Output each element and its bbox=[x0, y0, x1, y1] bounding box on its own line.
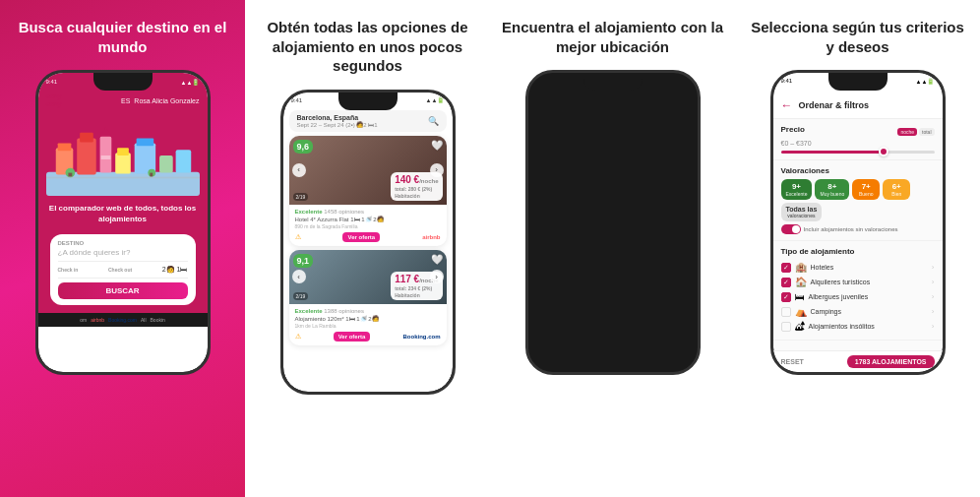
p2-dates: Sept 22 – Sept 24 (2▪) 🧑2 🛏1 bbox=[297, 121, 378, 128]
p2-card-1-price-total: total: 280 € (2%) bbox=[395, 186, 432, 192]
p4-icon-insolitos: 🏕 bbox=[795, 321, 805, 332]
svg-rect-3 bbox=[77, 139, 96, 175]
p2-card-2-score: 9,1 bbox=[293, 254, 314, 268]
p4-tab-noche[interactable]: noche bbox=[897, 128, 917, 136]
p2-card-1-offer-btn[interactable]: Ver oferta bbox=[342, 232, 380, 242]
p2-card-1-score: 9,6 bbox=[293, 140, 314, 154]
p4-badge-7[interactable]: 7+ Bueno bbox=[852, 179, 880, 200]
p4-name-hotels: Hoteles bbox=[811, 264, 834, 271]
svg-rect-2 bbox=[57, 143, 71, 151]
p4-type-insolitos-left: 🏕 Alojamientos insólitos bbox=[781, 321, 875, 332]
p2-card-1-prev[interactable]: ‹ bbox=[292, 163, 306, 177]
p4-slider-thumb[interactable] bbox=[879, 147, 888, 156]
phone-2-screen: 9:41 cozy cozy ▲▲🔋 Barcelona, España Sep… bbox=[283, 93, 453, 392]
p4-name-insolitos: Alojamientos insólitos bbox=[809, 323, 875, 330]
p2-card-2-image: 9,1 🤍 ‹ › 2/19 117 €/noche total: 234 € … bbox=[289, 250, 447, 304]
p4-price-slider[interactable] bbox=[781, 151, 935, 154]
p4-price-section: Precio noche total €0 – €370 bbox=[773, 119, 943, 160]
p1-footer: om airbnb Booking.com All Bookin bbox=[38, 313, 208, 327]
p4-badge-6-num: 6+ bbox=[892, 182, 901, 191]
p4-chevron-albergues: › bbox=[932, 292, 935, 301]
svg-rect-17 bbox=[150, 173, 153, 177]
p1-header: cozy cozy ES Rosa Alicia Gonzalez bbox=[38, 91, 208, 114]
p2-card-1-price-unit: /noche bbox=[419, 178, 438, 184]
p2-card-1-price-main: 140 € bbox=[395, 174, 419, 185]
svg-rect-7 bbox=[100, 155, 110, 159]
p1-user: Rosa Alicia Gonzalez bbox=[134, 97, 199, 104]
p2-card-2: 9,1 🤍 ‹ › 2/19 117 €/noche total: 234 € … bbox=[289, 250, 447, 345]
p1-search-button[interactable]: BUSCAR bbox=[58, 282, 188, 299]
p4-badge-9[interactable]: 9+ Excelente bbox=[781, 179, 813, 200]
p4-checkbox-insolitos[interactable] bbox=[781, 322, 791, 332]
p4-badge-8[interactable]: 8+ Muy bueno bbox=[815, 179, 849, 200]
p1-checkin[interactable]: Check in bbox=[58, 267, 79, 273]
p2-card-2-prev[interactable]: ‹ bbox=[292, 270, 306, 283]
p4-checkbox-campings[interactable] bbox=[781, 307, 791, 317]
phone-1-screen: 9:41 ▲▲🔋 cozy cozy ES Rosa Alicia Gonzal… bbox=[38, 73, 208, 372]
svg-rect-4 bbox=[80, 133, 93, 143]
panel-1-headline: Busca cualquier destino en el mundo bbox=[10, 18, 235, 56]
p2-card-2-warning-icon: ⚠ bbox=[295, 333, 301, 341]
p2-card-2-price-total: total: 234 € (2%) bbox=[395, 285, 432, 291]
p4-ratings-title: Valoraciones bbox=[781, 166, 935, 175]
p2-card-1-heart[interactable]: 🤍 bbox=[431, 140, 443, 151]
p1-checkout[interactable]: Check out bbox=[108, 267, 132, 273]
p2-card-1-price-sub: Habitación bbox=[395, 193, 420, 199]
p4-title: Ordenar & filtros bbox=[799, 100, 870, 110]
p1-icons: ▲▲🔋 bbox=[181, 79, 200, 86]
p4-results-btn[interactable]: 1783 ALOJAMIENTOS bbox=[847, 355, 935, 368]
p4-norating-toggle[interactable] bbox=[781, 224, 801, 234]
p4-chevron-campings: › bbox=[932, 307, 935, 316]
p1-destino-input[interactable]: ¿A dónde quieres ir? bbox=[58, 248, 188, 262]
p1-brand-1: om bbox=[80, 317, 87, 323]
p4-type-campings-left: ⛺ Campings bbox=[781, 306, 842, 317]
phone-2: 9:41 cozy cozy ▲▲🔋 Barcelona, España Sep… bbox=[280, 90, 456, 395]
p1-lang-code: ES bbox=[121, 97, 130, 104]
panel-4-headline: Selecciona según tus criterios y deseos bbox=[745, 18, 970, 56]
p2-search-icon[interactable]: 🔍 bbox=[428, 116, 439, 126]
panel-3: Encuentra el alojamiento con la mejor ub… bbox=[490, 0, 735, 497]
p4-icon-albergues: 🛏 bbox=[795, 291, 805, 302]
p4-badge-9-label: Excelente bbox=[786, 191, 808, 197]
p4-checkbox-albergues[interactable] bbox=[781, 292, 791, 302]
p1-checkout-label: Check out bbox=[108, 267, 132, 273]
p4-checkbox-alquileres[interactable] bbox=[781, 278, 791, 287]
p1-travelers[interactable]: 2🧑 1🛏 bbox=[162, 266, 188, 274]
p1-lang: ES Rosa Alicia Gonzalez bbox=[121, 97, 200, 104]
p1-city-illustration bbox=[46, 118, 200, 197]
p2-card-1-rating: Excelente 1458 opiniones bbox=[295, 209, 441, 215]
p2-time: 9:41 bbox=[291, 97, 303, 103]
p4-signal: ▲▲🔋 bbox=[916, 78, 935, 85]
p2-card-2-offer-btn[interactable]: Ver oferta bbox=[334, 332, 371, 342]
p1-tagline: El comparador web de todos, todos los al… bbox=[46, 203, 200, 224]
svg-rect-8 bbox=[115, 153, 131, 173]
svg-rect-9 bbox=[117, 148, 129, 155]
svg-marker-6 bbox=[99, 127, 111, 137]
phone-4-screen: 9:41 ▲▲🔋 ← Ordenar & filtros Precio noch… bbox=[773, 73, 943, 372]
p1-logo-line2: cozy bbox=[46, 100, 62, 108]
p4-icon-hotels: 🏨 bbox=[795, 262, 807, 273]
phone-4: 9:41 ▲▲🔋 ← Ordenar & filtros Precio noch… bbox=[770, 70, 946, 375]
p2-card-2-next[interactable]: › bbox=[430, 270, 444, 283]
p2-card-2-price-sub: Habitación bbox=[395, 292, 420, 298]
p2-search-bar[interactable]: Barcelona, España Sept 22 – Sept 24 (2▪)… bbox=[289, 110, 447, 132]
p4-badge-all[interactable]: Todas las valoraciones bbox=[781, 203, 823, 221]
p4-reset-btn[interactable]: RESET bbox=[781, 358, 804, 365]
p1-brand-5: Bookin bbox=[151, 317, 165, 323]
svg-rect-15 bbox=[68, 173, 72, 177]
p4-badge-7-label: Bueno bbox=[859, 191, 873, 197]
p2-card-2-heart[interactable]: 🤍 bbox=[431, 254, 443, 265]
p4-back-btn[interactable]: ← bbox=[781, 98, 793, 112]
p4-norating-row: Incluir alojamientos sin valoraciones bbox=[781, 224, 935, 234]
svg-rect-12 bbox=[159, 155, 173, 173]
p4-price-range: €0 – €370 bbox=[781, 140, 935, 147]
p4-badge-6[interactable]: 6+ Bien bbox=[883, 179, 910, 200]
p4-checkbox-hotels[interactable] bbox=[781, 263, 791, 273]
p2-card-1-next[interactable]: › bbox=[430, 163, 444, 177]
p4-price-title: Precio bbox=[781, 125, 805, 134]
p2-signal: ▲▲🔋 bbox=[426, 96, 445, 103]
p4-tab-total[interactable]: total bbox=[919, 128, 934, 136]
phone-1-notch bbox=[93, 73, 153, 91]
p4-noche-total-tabs: noche total bbox=[897, 128, 934, 136]
p1-form[interactable]: DESTINO ¿A dónde quieres ir? Check in Ch… bbox=[50, 234, 196, 305]
